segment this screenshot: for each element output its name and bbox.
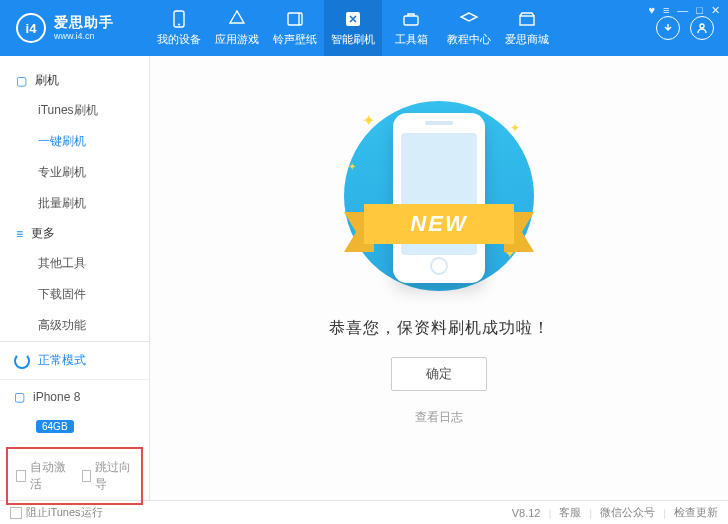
check-update-link[interactable]: 检查更新 <box>674 505 718 520</box>
auto-activate-checkbox[interactable]: 自动激活 <box>16 459 68 493</box>
nav-label: 智能刷机 <box>331 32 375 47</box>
flash-icon <box>343 9 363 29</box>
sparkle-icon: ✦ <box>510 121 520 135</box>
main-content: ✦ ✦ ✦ ✦ NEW 恭喜您，保资料刷机成功啦！ 确定 查看日志 <box>150 56 728 500</box>
settings-icon[interactable]: ≡ <box>663 4 669 17</box>
sidebar-scroll: ▢ 刷机 iTunes刷机 一键刷机 专业刷机 批量刷机 ≡ 更多 其他工具 下… <box>0 56 149 341</box>
view-log-link[interactable]: 查看日志 <box>415 409 463 426</box>
sidebar-bottom: 正常模式 ▢ iPhone 8 64GB 自动激活 跳过向导 <box>0 341 149 509</box>
sidebar: ▢ 刷机 iTunes刷机 一键刷机 专业刷机 批量刷机 ≡ 更多 其他工具 下… <box>0 56 150 500</box>
nav-ringtone-wallpaper[interactable]: 铃声壁纸 <box>266 0 324 56</box>
store-icon <box>517 9 537 29</box>
logo[interactable]: i4 爱思助手 www.i4.cn <box>0 13 150 43</box>
menu-icon[interactable]: ♥ <box>648 4 655 17</box>
sidebar-item-advanced[interactable]: 高级功能 <box>0 310 149 341</box>
header: i4 爱思助手 www.i4.cn 我的设备 应用游戏 铃声壁纸 智能刷机 工具… <box>0 0 728 56</box>
footer-right: V8.12 | 客服 | 微信公众号 | 检查更新 <box>512 505 718 520</box>
sidebar-item-itunes-flash[interactable]: iTunes刷机 <box>0 95 149 126</box>
phone-icon <box>169 9 189 29</box>
checkbox-icon <box>10 507 22 519</box>
checkbox-icon <box>82 470 92 482</box>
hero-illustration: ✦ ✦ ✦ ✦ NEW <box>319 96 559 296</box>
block-itunes-checkbox[interactable]: 阻止iTunes运行 <box>10 505 103 520</box>
nav-label: 爱思商城 <box>505 32 549 47</box>
flash-options-row: 自动激活 跳过向导 <box>6 447 143 505</box>
ribbon-text: NEW <box>364 204 514 244</box>
footer-left: 阻止iTunes运行 <box>10 505 103 520</box>
nav-my-device[interactable]: 我的设备 <box>150 0 208 56</box>
device-name: iPhone 8 <box>33 390 80 404</box>
tutorial-icon <box>459 9 479 29</box>
version-label: V8.12 <box>512 507 541 519</box>
app-site: www.i4.cn <box>54 31 114 42</box>
logo-icon: i4 <box>16 13 46 43</box>
nav-smart-flash[interactable]: 智能刷机 <box>324 0 382 56</box>
header-right <box>642 16 728 40</box>
new-ribbon: NEW <box>344 196 534 252</box>
nav-label: 应用游戏 <box>215 32 259 47</box>
wechat-link[interactable]: 微信公众号 <box>600 505 655 520</box>
apps-icon <box>227 9 247 29</box>
device-capacity-badge: 64GB <box>36 420 74 433</box>
checkbox-icon <box>16 470 26 482</box>
nav-toolbox[interactable]: 工具箱 <box>382 0 440 56</box>
svg-rect-4 <box>404 16 418 25</box>
sidebar-item-oneclick-flash[interactable]: 一键刷机 <box>0 126 149 157</box>
sidebar-item-download-firmware[interactable]: 下载固件 <box>0 279 149 310</box>
window-controls: ♥ ≡ ― □ ✕ <box>648 4 720 17</box>
hero-circle: ✦ ✦ ✦ ✦ NEW <box>344 101 534 291</box>
wallpaper-icon <box>285 9 305 29</box>
support-link[interactable]: 客服 <box>559 505 581 520</box>
sparkle-icon: ✦ <box>348 161 356 172</box>
logo-text: 爱思助手 www.i4.cn <box>54 14 114 42</box>
nav-label: 教程中心 <box>447 32 491 47</box>
sidebar-section-flash[interactable]: ▢ 刷机 <box>0 66 149 95</box>
sparkle-icon: ✦ <box>362 111 375 130</box>
checkbox-label: 自动激活 <box>30 459 68 493</box>
section-label: 刷机 <box>35 72 59 89</box>
section-label: 更多 <box>31 225 55 242</box>
minimize-icon[interactable]: ― <box>677 4 688 17</box>
account-button[interactable] <box>690 16 714 40</box>
svg-rect-2 <box>288 13 302 25</box>
success-message: 恭喜您，保资料刷机成功啦！ <box>329 318 550 339</box>
phone-outline-icon: ▢ <box>16 74 27 88</box>
toolbox-icon <box>401 9 421 29</box>
top-nav: 我的设备 应用游戏 铃声壁纸 智能刷机 工具箱 教程中心 爱思商城 <box>150 0 642 56</box>
sidebar-item-other-tools[interactable]: 其他工具 <box>0 248 149 279</box>
nav-label: 我的设备 <box>157 32 201 47</box>
list-icon: ≡ <box>16 227 23 241</box>
sidebar-item-batch-flash[interactable]: 批量刷机 <box>0 188 149 219</box>
skip-guide-checkbox[interactable]: 跳过向导 <box>82 459 134 493</box>
device-row[interactable]: ▢ iPhone 8 64GB <box>0 380 149 443</box>
app-name: 爱思助手 <box>54 14 114 31</box>
body: ▢ 刷机 iTunes刷机 一键刷机 专业刷机 批量刷机 ≡ 更多 其他工具 下… <box>0 56 728 500</box>
sidebar-item-pro-flash[interactable]: 专业刷机 <box>0 157 149 188</box>
download-button[interactable] <box>656 16 680 40</box>
device-mode-label: 正常模式 <box>38 352 86 369</box>
nav-label: 工具箱 <box>395 32 428 47</box>
svg-point-1 <box>178 24 180 26</box>
svg-point-6 <box>700 24 704 28</box>
nav-store[interactable]: 爱思商城 <box>498 0 556 56</box>
svg-rect-5 <box>520 16 534 25</box>
nav-tutorials[interactable]: 教程中心 <box>440 0 498 56</box>
checkbox-label: 阻止iTunes运行 <box>26 505 103 520</box>
checkbox-label: 跳过向导 <box>95 459 133 493</box>
sidebar-section-more[interactable]: ≡ 更多 <box>0 219 149 248</box>
confirm-button[interactable]: 确定 <box>391 357 487 391</box>
device-icon: ▢ <box>14 390 25 404</box>
maximize-icon[interactable]: □ <box>696 4 703 17</box>
nav-apps-games[interactable]: 应用游戏 <box>208 0 266 56</box>
refresh-icon <box>14 353 30 369</box>
nav-label: 铃声壁纸 <box>273 32 317 47</box>
device-mode-row[interactable]: 正常模式 <box>0 342 149 380</box>
close-icon[interactable]: ✕ <box>711 4 720 17</box>
